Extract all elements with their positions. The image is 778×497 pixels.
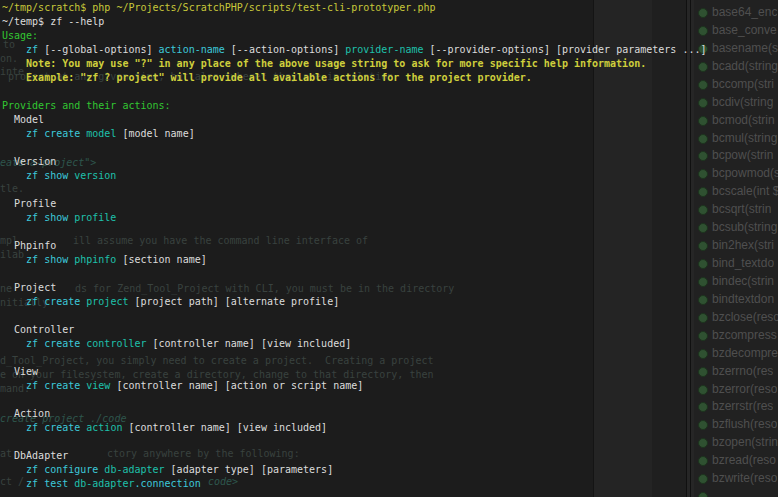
screen: base64_encbase_convebasename(stbcadd(str… — [0, 0, 778, 497]
terminal-line: zf show version — [2, 169, 778, 183]
terminal-text-span: Model — [2, 114, 44, 125]
terminal-text-span: profile — [74, 212, 116, 223]
terminal-line: zf test db-adapter.connection — [2, 477, 778, 491]
terminal-text-span: zf show — [2, 254, 74, 265]
terminal-line: zf create view [controller name] [action… — [2, 379, 778, 393]
terminal-line: zf create controller [controller name] [… — [2, 337, 778, 351]
terminal-line: ~/tmp/scratch$ php ~/Projects/ScratchPHP… — [2, 1, 778, 15]
terminal-text-span: Profile — [2, 198, 56, 209]
terminal-line — [2, 141, 778, 155]
terminal-text-span: provider-name — [345, 44, 423, 55]
terminal-text-span: action — [86, 422, 122, 433]
terminal-line — [2, 183, 778, 197]
terminal-text-span: Example: "zf ? project" will provide all… — [2, 72, 532, 83]
terminal-line: Project — [2, 281, 778, 295]
terminal-line — [2, 351, 778, 365]
terminal-line — [2, 309, 778, 323]
terminal-text-span: zf create — [2, 128, 86, 139]
terminal-text-span: zf configure — [2, 464, 104, 475]
terminal-text-span: [--provider-options] [provider parameter… — [424, 44, 707, 55]
terminal-text-span: [controller name] [view included] — [147, 338, 352, 349]
terminal-text-span: action-name — [159, 44, 225, 55]
terminal-text-span: Version — [2, 156, 56, 167]
terminal-text-span — [2, 44, 26, 55]
terminal-text-span: [section name] — [116, 254, 206, 265]
terminal-line: Providers and their actions: — [2, 99, 778, 113]
terminal-text-span: [project path] [alternate profile] — [128, 296, 339, 307]
terminal-text-span: project — [86, 296, 128, 307]
terminal-line — [2, 85, 778, 99]
terminal-text-span: zf create — [2, 296, 86, 307]
terminal-line: View — [2, 365, 778, 379]
terminal-line — [2, 393, 778, 407]
terminal-text-span: zf show — [2, 170, 74, 181]
terminal-text-span: controller — [86, 338, 146, 349]
terminal-text-span: Project — [2, 282, 56, 293]
terminal-text-span: phpinfo — [74, 254, 116, 265]
terminal-line — [2, 225, 778, 239]
terminal-line: DbAdapter — [2, 449, 778, 463]
terminal-line: Example: "zf ? project" will provide all… — [2, 71, 778, 85]
terminal-text-span: zf — [26, 44, 38, 55]
terminal-text-span: .connection — [134, 478, 200, 489]
terminal-text-span: zf create — [2, 338, 86, 349]
terminal-text-span: ~/temp$ zf --help — [2, 16, 104, 27]
terminal-text-span: [model name] — [116, 128, 194, 139]
terminal-line — [2, 267, 778, 281]
terminal-text-span: Note: You may use "?" in any place of th… — [2, 58, 646, 69]
terminal-line: zf [--global-options] action-name [--act… — [2, 43, 778, 57]
terminal-line — [2, 435, 778, 449]
terminal-text-span: [adapter type] [parameters] — [165, 464, 334, 475]
terminal-text-span: model — [86, 128, 116, 139]
terminal-text-span: View — [2, 366, 38, 377]
terminal-line: zf create project [project path] [altern… — [2, 295, 778, 309]
terminal-text-span: Phpinfo — [2, 240, 56, 251]
terminal-line: Profile — [2, 197, 778, 211]
terminal-text-span: Providers and their actions: — [2, 100, 171, 111]
terminal-text-span: ~/tmp/scratch$ php ~/Projects/ScratchPHP… — [2, 2, 435, 13]
terminal-text-span: [--action-options] — [225, 44, 345, 55]
terminal-text-span: DbAdapter — [2, 450, 68, 461]
terminal-text-span: zf create — [2, 380, 86, 391]
terminal-line: Action — [2, 407, 778, 421]
terminal-text-span: view — [86, 380, 110, 391]
terminal-text-span: Action — [2, 408, 50, 419]
terminal-text-span: [controller name] [view included] — [122, 422, 327, 433]
terminal-text-span: version — [74, 170, 116, 181]
terminal-line: zf show profile — [2, 211, 778, 225]
terminal-line: Usage: — [2, 29, 778, 43]
terminal-line: Controller — [2, 323, 778, 337]
terminal-output: ~/tmp/scratch$ php ~/Projects/ScratchPHP… — [0, 0, 778, 491]
terminal-line: zf create model [model name] — [2, 127, 778, 141]
terminal-line: Note: You may use "?" in any place of th… — [2, 57, 778, 71]
terminal-line: Model — [2, 113, 778, 127]
terminal-line: ~/temp$ zf --help — [2, 15, 778, 29]
terminal-text-span: zf create — [2, 422, 86, 433]
terminal-line: zf configure db-adapter [adapter type] [… — [2, 463, 778, 477]
terminal-line: zf create action [controller name] [view… — [2, 421, 778, 435]
terminal-text-span: Controller — [2, 324, 74, 335]
terminal-text-span: zf show — [2, 212, 74, 223]
terminal-text-span: Usage: — [2, 30, 38, 41]
terminal-line: Version — [2, 155, 778, 169]
terminal-text-span: [controller name] [action or script name… — [110, 380, 363, 391]
terminal-text-span: zf test — [2, 478, 74, 489]
terminal-text-span: db-adapter — [74, 478, 134, 489]
terminal-line: zf show phpinfo [section name] — [2, 253, 778, 267]
terminal-text-span: [--global-options] — [38, 44, 158, 55]
terminal-text-span: db-adapter — [104, 464, 164, 475]
terminal-line: Phpinfo — [2, 239, 778, 253]
